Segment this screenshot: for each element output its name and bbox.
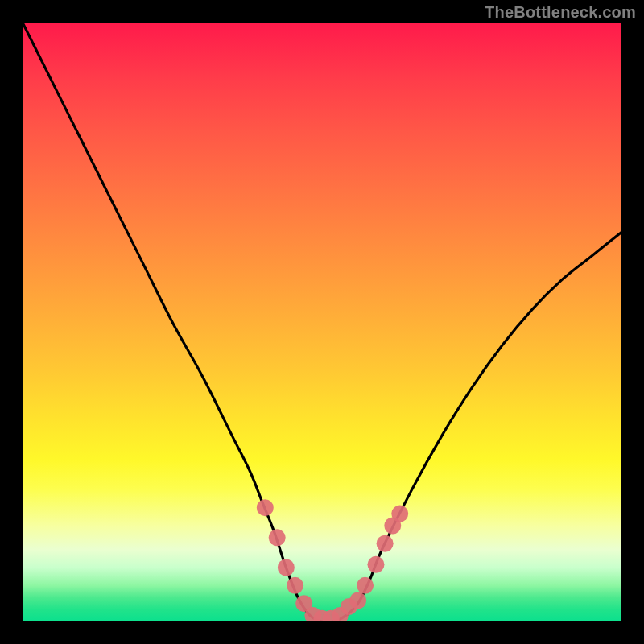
marker-dot [391, 506, 408, 522]
watermark-text: TheBottleneck.com [485, 3, 636, 22]
marker-dot [367, 556, 384, 573]
highlighted-points-group [257, 499, 408, 621]
marker-dot [278, 559, 295, 576]
marker-dot [357, 577, 374, 594]
marker-dot [269, 529, 286, 546]
marker-dot [287, 577, 303, 594]
chart-frame: TheBottleneck.com [0, 0, 644, 644]
curve-layer [23, 23, 621, 621]
bottleneck-curve-path [23, 23, 621, 621]
marker-dot [349, 592, 366, 609]
marker-dot [377, 535, 394, 552]
marker-dot [257, 499, 274, 516]
plot-area [23, 23, 621, 621]
